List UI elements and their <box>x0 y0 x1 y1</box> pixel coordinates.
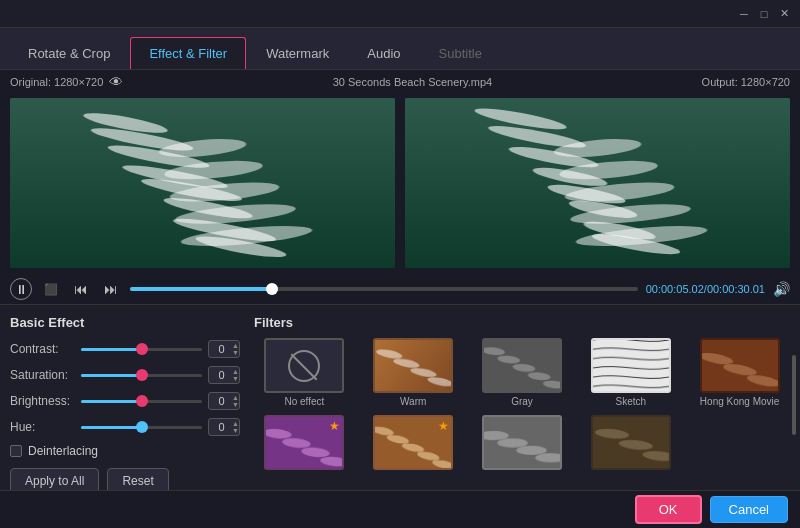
filter-no-effect-label: No effect <box>284 396 324 407</box>
filter8-canvas <box>484 417 560 468</box>
hue-value: 0 ▲ ▼ <box>208 418 240 436</box>
no-effect-icon <box>288 350 320 382</box>
contrast-down[interactable]: ▼ <box>232 349 239 356</box>
filter-8-thumb <box>482 415 562 470</box>
video-area: Original: 1280×720 👁 30 Seconds Beach Sc… <box>0 70 800 305</box>
filter-gray-thumb <box>482 338 562 393</box>
progress-track[interactable] <box>130 287 638 291</box>
pause-button[interactable]: ⏸ <box>10 278 32 300</box>
brightness-row: Brightness: 0 ▲ ▼ <box>10 392 240 410</box>
contrast-row: Contrast: 0 ▲ ▼ <box>10 340 240 358</box>
sketch-canvas <box>593 340 669 391</box>
filter-8[interactable] <box>472 415 573 473</box>
filter-6-thumb: ★ <box>264 415 344 470</box>
original-canvas <box>10 98 395 268</box>
hue-thumb[interactable] <box>136 421 148 433</box>
video-previews <box>10 94 790 272</box>
output-preview <box>405 98 790 268</box>
stop-button[interactable]: ⬛ <box>40 278 62 300</box>
deinterlace-label: Deinterlacing <box>28 444 98 458</box>
hue-up[interactable]: ▲ <box>232 420 239 427</box>
output-resolution: Output: 1280×720 <box>702 76 790 88</box>
brightness-label: Brightness: <box>10 394 75 408</box>
filter-warm[interactable]: Warm <box>363 338 464 407</box>
contrast-up[interactable]: ▲ <box>232 342 239 349</box>
tab-subtitle: Subtitle <box>421 38 500 69</box>
saturation-down[interactable]: ▼ <box>232 375 239 382</box>
maximize-button[interactable]: □ <box>756 6 772 22</box>
filter-6[interactable]: ★ <box>254 415 355 473</box>
brightness-down[interactable]: ▼ <box>232 401 239 408</box>
filter-6-star: ★ <box>329 419 340 433</box>
filter-gray[interactable]: Gray <box>472 338 573 407</box>
ok-button[interactable]: OK <box>635 495 702 524</box>
filename: 30 Seconds Beach Scenery.mp4 <box>333 76 492 88</box>
eye-icon[interactable]: 👁 <box>109 74 123 90</box>
contrast-label: Contrast: <box>10 342 75 356</box>
filter-hk-label: Hong Kong Movie <box>700 396 780 407</box>
saturation-label: Saturation: <box>10 368 75 382</box>
deinterlace-row: Deinterlacing <box>10 444 240 458</box>
filter-gray-label: Gray <box>511 396 533 407</box>
hue-fill <box>81 426 142 429</box>
effect-panel-title: Basic Effect <box>10 315 240 330</box>
progress-fill <box>130 287 272 291</box>
scroll-indicator[interactable] <box>792 355 796 435</box>
brightness-up[interactable]: ▲ <box>232 394 239 401</box>
filter-7-thumb: ★ <box>373 415 453 470</box>
tab-audio[interactable]: Audio <box>349 38 418 69</box>
contrast-value: 0 ▲ ▼ <box>208 340 240 358</box>
brightness-thumb[interactable] <box>136 395 148 407</box>
cancel-button[interactable]: Cancel <box>710 496 788 523</box>
filters-title: Filters <box>254 315 790 330</box>
filter-no-effect-thumb <box>264 338 344 393</box>
volume-icon[interactable]: 🔊 <box>773 281 790 297</box>
hue-track[interactable] <box>81 426 202 429</box>
original-preview <box>10 98 395 268</box>
brightness-fill <box>81 400 142 403</box>
filter-hk-thumb <box>700 338 780 393</box>
gray-canvas <box>484 340 560 391</box>
original-info: Original: 1280×720 👁 <box>10 74 123 90</box>
filter-warm-label: Warm <box>400 396 426 407</box>
progress-thumb[interactable] <box>266 283 278 295</box>
next-frame-button[interactable]: ⏭ <box>100 278 122 300</box>
deinterlace-checkbox[interactable] <box>10 445 22 457</box>
tab-bar: Rotate & Crop Effect & Filter Watermark … <box>0 28 800 70</box>
original-resolution: Original: 1280×720 <box>10 76 103 88</box>
output-canvas <box>405 98 790 268</box>
filter-hk-movie[interactable]: Hong Kong Movie <box>689 338 790 407</box>
brightness-track[interactable] <box>81 400 202 403</box>
bottom-bar: OK Cancel <box>0 490 800 528</box>
filter-9[interactable] <box>580 415 681 473</box>
filter-no-effect[interactable]: No effect <box>254 338 355 407</box>
contrast-fill <box>81 348 142 351</box>
filter9-canvas <box>593 417 669 468</box>
close-button[interactable]: ✕ <box>776 6 792 22</box>
hue-row: Hue: 0 ▲ ▼ <box>10 418 240 436</box>
filter-warm-thumb <box>373 338 453 393</box>
hue-label: Hue: <box>10 420 75 434</box>
tab-watermark[interactable]: Watermark <box>248 38 347 69</box>
hk-canvas <box>702 340 778 391</box>
saturation-thumb[interactable] <box>136 369 148 381</box>
tab-effect-filter[interactable]: Effect & Filter <box>130 37 246 69</box>
hue-down[interactable]: ▼ <box>232 427 239 434</box>
title-bar: ─ □ ✕ <box>0 0 800 28</box>
filter-7-star: ★ <box>438 419 449 433</box>
saturation-value: 0 ▲ ▼ <box>208 366 240 384</box>
saturation-track[interactable] <box>81 374 202 377</box>
time-display: 00:00:05.02/00:00:30.01 <box>646 283 765 295</box>
filter-sketch[interactable]: Sketch <box>580 338 681 407</box>
prev-frame-button[interactable]: ⏮ <box>70 278 92 300</box>
filter-7[interactable]: ★ <box>363 415 464 473</box>
saturation-up[interactable]: ▲ <box>232 368 239 375</box>
filter-9-thumb <box>591 415 671 470</box>
contrast-thumb[interactable] <box>136 343 148 355</box>
minimize-button[interactable]: ─ <box>736 6 752 22</box>
filter-sketch-thumb <box>591 338 671 393</box>
filter-sketch-label: Sketch <box>616 396 647 407</box>
contrast-track[interactable] <box>81 348 202 351</box>
saturation-fill <box>81 374 142 377</box>
tab-rotate-crop[interactable]: Rotate & Crop <box>10 38 128 69</box>
